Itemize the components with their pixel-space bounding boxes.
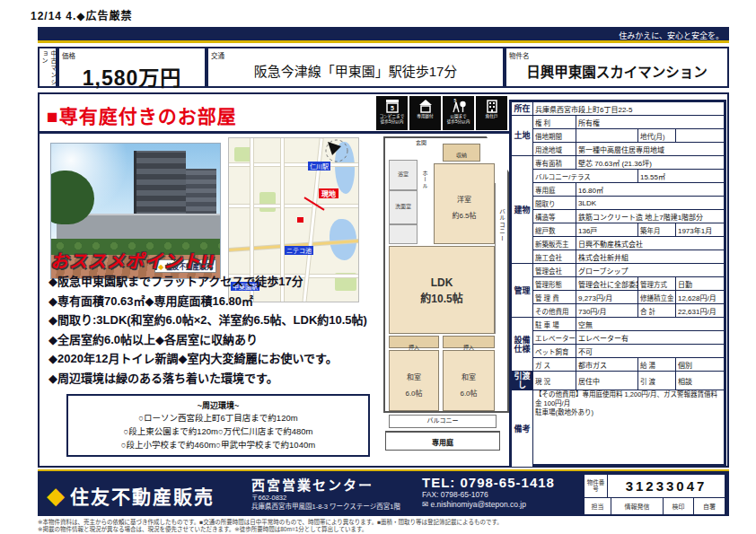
spec-value: 居住中 (576, 372, 638, 390)
spec-value: 鉄筋コンクリート造 地上7階建1階部分 (576, 210, 725, 223)
spec-section-label: 管理 (512, 264, 533, 318)
map-road (229, 205, 359, 207)
room-oshiire-left: 押入 (389, 336, 439, 348)
property-name-label: 物件名 (509, 50, 530, 60)
spec-value: 【その他費用】専用庭使用料 1,200円/月、ガス警報器賃借料金 100円/月 … (533, 390, 725, 468)
spec-key: 管 理 費 (533, 291, 576, 304)
spec-key: 合 計 (637, 304, 675, 318)
park-icon: 5 (451, 98, 467, 114)
spec-value: 1973年1月 (675, 223, 724, 237)
spec-section-label: 引渡し (512, 372, 533, 390)
feature-badges: 5 コンビニまで 徒歩5分以内 専用庭付 (374, 96, 507, 130)
brand-banner: 住みかえに、安心と安全を。 (38, 27, 729, 43)
headline-row: ■専有庭付きのお部屋 5 コンビニまで 徒歩5分以内 専用庭付 (40, 94, 509, 134)
environment-line: ○段上小学校まで約460m○甲武中学校まで約1040m (68, 438, 368, 451)
spec-table-panel: 所在兵庫県西宮市段上町6丁目22-5土地権 利所有権借地期間地代(月)用途地域第… (509, 100, 726, 466)
environment-lines: ○ローソン西宮段上町6丁目店まで約120m○段上東公園まで約120m○万代仁川店… (68, 411, 368, 451)
room-bath: 浴室 (389, 160, 418, 190)
spec-key: 管理会社 (533, 264, 576, 277)
spec-key: 給 湯 (637, 358, 675, 372)
property-name-value: 日興甲東園スカイマンション (506, 61, 727, 81)
spec-value: 9,273円/月 (576, 291, 638, 304)
balcony-side: バルコニー (495, 183, 507, 334)
spec-key: ペット飼育 (533, 345, 576, 358)
room-oshiire-right: 押入 (443, 336, 495, 348)
disclaimer-line: ※掲載の物件情報と現況が異なる場合は、現況を優先させていただきます。※徒歩所要時… (38, 526, 729, 533)
spec-section-label: 土地 (512, 116, 533, 156)
spec-value: 15.55㎡ (637, 170, 724, 183)
room-ldk: LDK 約10.5帖 (389, 246, 495, 334)
spec-value: 日興不動産株式会社 (576, 237, 725, 250)
property-number-value: 31233047 (608, 475, 725, 497)
price-value: 1,580万円 (59, 61, 205, 92)
spec-value: 個別 (675, 358, 724, 372)
stamp-cell: 情報発信 (611, 498, 664, 514)
compass-icon (323, 137, 350, 168)
spec-key: 築年月 (637, 223, 675, 237)
spec-value: 空無 (576, 318, 725, 331)
environment-line: ○ローソン西宮段上町6丁目店まで約120m (68, 411, 368, 425)
spec-value: 都市ガス (576, 358, 638, 372)
email-row: ✉ e.nishinomiya@stepon.co.jp (422, 500, 555, 510)
property-number-row: 物件番号 31233047 (585, 475, 725, 497)
phone-number: TEL: 0798-65-1418 (422, 475, 555, 490)
environment-line: ○段上東公園まで約120m○万代仁川店まで約480m (68, 425, 368, 438)
room-washitsu-right: 和室 6.0帖 (443, 350, 495, 411)
spec-key: ガ ス (533, 358, 576, 372)
spec-key: 新築販売主 (533, 237, 576, 250)
room-genkan: 玄関 (416, 140, 443, 146)
room-closet-top: 収納 (443, 144, 480, 162)
access-box: 交通 阪急今津線「甲東園」駅徒歩17分 (207, 47, 505, 88)
company-logo: ◆ 住友不動産販売 (47, 482, 215, 509)
badge-label: 公園まで 徒歩5分以内 (444, 114, 472, 123)
house-garden-icon (418, 98, 434, 114)
points-title: おススメポイント!! (50, 247, 215, 273)
disclaimer-block: ※本物件資料は、売主からの依頼に基づき作成したものです。■交通の所要時間は日中平… (38, 519, 729, 533)
spec-value: 不可 (576, 345, 725, 358)
spec-key: 専用庭 (533, 183, 576, 197)
room-west: 洋室 約6.5帖 (434, 163, 495, 244)
room-washroom: 洗面室 (389, 190, 418, 224)
spec-value: 日勤 (675, 277, 724, 291)
access-value: 阪急今津線「甲東園」駅徒歩17分 (208, 61, 503, 80)
spec-value: 相談 (675, 372, 724, 390)
diamond-logo-icon: ◆ (47, 484, 65, 507)
property-number-label: 物件番号 (585, 475, 608, 497)
badge-garden: 専用庭付 (409, 96, 441, 130)
spec-value: 株式会社新井組 (576, 250, 725, 264)
badge-corner: 角住戸 (476, 96, 507, 130)
company-name: 住友不動産販売 (70, 482, 215, 509)
map-site-flag: 現地 (319, 188, 338, 198)
disclaimer-line: ※本物件資料は、売主からの依頼に基づき作成したものです。■交通の所要時間は日中平… (38, 519, 729, 526)
spec-table: 所在兵庫県西宮市段上町6丁目22-5土地権 利所有権借地期間地代(月)用途地域第… (511, 101, 725, 468)
spec-key: 修繕積立金 (637, 291, 675, 304)
stamp-cell: 自署 (694, 498, 725, 514)
spec-key: 権 利 (533, 116, 576, 129)
stamp-cell: 検印 (664, 498, 694, 514)
spec-value: 16.80㎡ (576, 183, 725, 197)
badge-label: 専用庭付 (410, 114, 439, 118)
office-block: 西宮営業センター 〒662-0832 兵庫県西宮市甲風園1-8-3 ワークステー… (251, 475, 400, 512)
category-box: 中古マンション (38, 47, 57, 88)
spec-key: 駐 車 場 (533, 318, 576, 331)
spec-key: 用途地域 (533, 143, 576, 156)
badge-park: 5 公園まで 徒歩5分以内 (443, 96, 474, 130)
spec-key: 総戸数 (533, 223, 576, 237)
spec-key: 現 況 (533, 372, 576, 390)
convenience-store-icon: 5 (384, 98, 400, 114)
spec-value (576, 129, 638, 143)
spec-value: 3LDK (576, 197, 725, 210)
spec-key: 管理形態 (533, 277, 576, 291)
property-name-box: 物件名 日興甲東園スカイマンション (505, 47, 729, 88)
spec-value: 22,631円/月 (675, 304, 724, 318)
floorplan: 玄関 収納 ホール 浴室 洗面室 洋室 約6.5帖 LDK 約10.5帖 バルコ… (383, 136, 509, 452)
main-panel: ■専有庭付きのお部屋 5 コンビニまで 徒歩5分以内 専用庭付 (38, 92, 729, 468)
email-address: e.nishinomiya@stepon.co.jp (430, 500, 525, 509)
price-label: 価格 (62, 50, 75, 60)
headline-text: ■専有庭付きのお部屋 (47, 101, 237, 128)
office-address: 兵庫県西宮市甲風園1-8-3 ワークステージ西宮1階 (251, 503, 400, 512)
room-hall: ホール (421, 171, 427, 224)
fax-number: FAX: 0798-65-1076 (422, 490, 555, 500)
balcony-bottom: バルコニー (389, 415, 497, 428)
office-postal: 〒662-0832 (251, 494, 400, 503)
